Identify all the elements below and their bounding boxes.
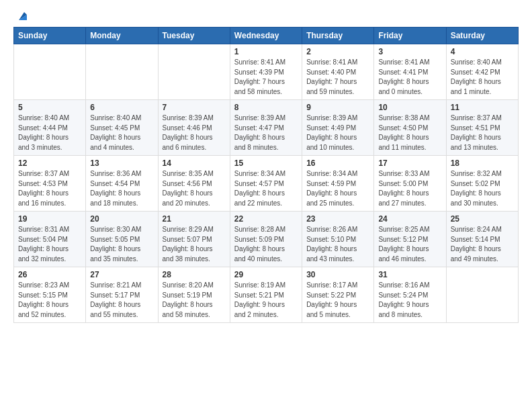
calendar-cell: 18Sunrise: 8:32 AM Sunset: 5:02 PM Dayli… [446, 156, 518, 212]
day-number: 21 [163, 214, 226, 224]
day-number: 6 [90, 103, 153, 112]
day-number: 29 [234, 270, 298, 279]
day-info: Sunrise: 8:20 AM Sunset: 5:19 PM Dayligh… [163, 281, 226, 320]
weekday-sunday: Sunday [14, 28, 86, 44]
calendar-cell: 10Sunrise: 8:38 AM Sunset: 4:50 PM Dayli… [374, 100, 446, 156]
day-info: Sunrise: 8:33 AM Sunset: 5:00 PM Dayligh… [378, 169, 441, 208]
calendar-cell: 6Sunrise: 8:40 AM Sunset: 4:45 PM Daylig… [86, 100, 158, 156]
header [13, 11, 519, 21]
day-info: Sunrise: 8:34 AM Sunset: 4:57 PM Dayligh… [234, 169, 298, 208]
calendar-cell [158, 44, 230, 100]
week-row-2: 5Sunrise: 8:40 AM Sunset: 4:44 PM Daylig… [14, 100, 519, 156]
day-number: 23 [306, 214, 369, 224]
day-info: Sunrise: 8:39 AM Sunset: 4:49 PM Dayligh… [306, 113, 369, 152]
calendar-cell: 29Sunrise: 8:19 AM Sunset: 5:21 PM Dayli… [230, 267, 302, 323]
week-row-4: 19Sunrise: 8:31 AM Sunset: 5:04 PM Dayli… [14, 212, 519, 267]
calendar-cell: 11Sunrise: 8:37 AM Sunset: 4:51 PM Dayli… [446, 100, 518, 156]
day-info: Sunrise: 8:29 AM Sunset: 5:07 PM Dayligh… [163, 225, 226, 264]
calendar-cell: 21Sunrise: 8:29 AM Sunset: 5:07 PM Dayli… [158, 212, 230, 267]
day-info: Sunrise: 8:26 AM Sunset: 5:10 PM Dayligh… [306, 225, 369, 264]
day-info: Sunrise: 8:28 AM Sunset: 5:09 PM Dayligh… [234, 225, 298, 264]
weekday-header-row: SundayMondayTuesdayWednesdayThursdayFrid… [14, 28, 519, 44]
day-number: 11 [451, 103, 514, 112]
calendar-cell: 9Sunrise: 8:39 AM Sunset: 4:49 PM Daylig… [302, 100, 374, 156]
logo-icon [15, 9, 30, 24]
calendar-cell: 14Sunrise: 8:35 AM Sunset: 4:56 PM Dayli… [158, 156, 230, 212]
weekday-saturday: Saturday [446, 28, 518, 44]
day-number: 12 [18, 158, 81, 168]
calendar-cell: 17Sunrise: 8:33 AM Sunset: 5:00 PM Dayli… [374, 156, 446, 212]
day-number: 24 [378, 214, 441, 224]
day-number: 20 [90, 214, 153, 224]
calendar-cell: 16Sunrise: 8:34 AM Sunset: 4:59 PM Dayli… [302, 156, 374, 212]
calendar-cell: 26Sunrise: 8:23 AM Sunset: 5:15 PM Dayli… [14, 267, 86, 323]
day-number: 4 [451, 47, 514, 56]
day-number: 2 [306, 47, 369, 56]
day-info: Sunrise: 8:41 AM Sunset: 4:40 PM Dayligh… [306, 58, 369, 97]
calendar-cell: 4Sunrise: 8:40 AM Sunset: 4:42 PM Daylig… [446, 44, 518, 100]
day-info: Sunrise: 8:36 AM Sunset: 4:54 PM Dayligh… [90, 169, 153, 208]
calendar-cell: 15Sunrise: 8:34 AM Sunset: 4:57 PM Dayli… [230, 156, 302, 212]
day-info: Sunrise: 8:38 AM Sunset: 4:50 PM Dayligh… [378, 113, 441, 152]
day-number: 22 [234, 214, 298, 224]
calendar-cell: 24Sunrise: 8:25 AM Sunset: 5:12 PM Dayli… [374, 212, 446, 267]
day-number: 27 [90, 270, 153, 279]
day-info: Sunrise: 8:23 AM Sunset: 5:15 PM Dayligh… [18, 281, 81, 320]
day-number: 25 [451, 214, 514, 224]
day-info: Sunrise: 8:41 AM Sunset: 4:39 PM Dayligh… [234, 58, 298, 97]
week-row-3: 12Sunrise: 8:37 AM Sunset: 4:53 PM Dayli… [14, 156, 519, 212]
day-info: Sunrise: 8:32 AM Sunset: 5:02 PM Dayligh… [451, 169, 514, 208]
calendar-cell: 1Sunrise: 8:41 AM Sunset: 4:39 PM Daylig… [230, 44, 302, 100]
calendar-table: SundayMondayTuesdayWednesdayThursdayFrid… [13, 27, 519, 323]
day-number: 13 [90, 158, 153, 168]
calendar-cell: 22Sunrise: 8:28 AM Sunset: 5:09 PM Dayli… [230, 212, 302, 267]
day-number: 14 [163, 158, 226, 168]
week-row-1: 1Sunrise: 8:41 AM Sunset: 4:39 PM Daylig… [14, 44, 519, 100]
day-info: Sunrise: 8:37 AM Sunset: 4:53 PM Dayligh… [18, 169, 81, 208]
day-number: 26 [18, 270, 81, 279]
day-number: 31 [378, 270, 441, 279]
day-info: Sunrise: 8:40 AM Sunset: 4:42 PM Dayligh… [451, 58, 514, 97]
logo [13, 11, 30, 21]
calendar-cell: 31Sunrise: 8:16 AM Sunset: 5:24 PM Dayli… [374, 267, 446, 323]
day-number: 19 [18, 214, 81, 224]
calendar-cell: 25Sunrise: 8:24 AM Sunset: 5:14 PM Dayli… [446, 212, 518, 267]
calendar-cell [14, 44, 86, 100]
calendar-cell [446, 267, 518, 323]
calendar-cell: 8Sunrise: 8:39 AM Sunset: 4:47 PM Daylig… [230, 100, 302, 156]
day-number: 8 [234, 103, 298, 112]
calendar-cell: 12Sunrise: 8:37 AM Sunset: 4:53 PM Dayli… [14, 156, 86, 212]
calendar-cell: 7Sunrise: 8:39 AM Sunset: 4:46 PM Daylig… [158, 100, 230, 156]
day-number: 17 [378, 158, 441, 168]
day-info: Sunrise: 8:24 AM Sunset: 5:14 PM Dayligh… [451, 225, 514, 264]
calendar-cell: 28Sunrise: 8:20 AM Sunset: 5:19 PM Dayli… [158, 267, 230, 323]
day-info: Sunrise: 8:40 AM Sunset: 4:44 PM Dayligh… [18, 113, 81, 152]
day-info: Sunrise: 8:39 AM Sunset: 4:47 PM Dayligh… [234, 113, 298, 152]
day-number: 5 [18, 103, 81, 112]
day-info: Sunrise: 8:31 AM Sunset: 5:04 PM Dayligh… [18, 225, 81, 264]
day-info: Sunrise: 8:41 AM Sunset: 4:41 PM Dayligh… [378, 58, 441, 97]
calendar-cell: 3Sunrise: 8:41 AM Sunset: 4:41 PM Daylig… [374, 44, 446, 100]
weekday-thursday: Thursday [302, 28, 374, 44]
calendar-cell: 20Sunrise: 8:30 AM Sunset: 5:05 PM Dayli… [86, 212, 158, 267]
calendar-cell: 13Sunrise: 8:36 AM Sunset: 4:54 PM Dayli… [86, 156, 158, 212]
day-info: Sunrise: 8:40 AM Sunset: 4:45 PM Dayligh… [90, 113, 153, 152]
day-number: 30 [306, 270, 369, 279]
day-info: Sunrise: 8:30 AM Sunset: 5:05 PM Dayligh… [90, 225, 153, 264]
calendar-cell: 5Sunrise: 8:40 AM Sunset: 4:44 PM Daylig… [14, 100, 86, 156]
day-info: Sunrise: 8:37 AM Sunset: 4:51 PM Dayligh… [451, 113, 514, 152]
week-row-5: 26Sunrise: 8:23 AM Sunset: 5:15 PM Dayli… [14, 267, 519, 323]
day-number: 3 [378, 47, 441, 56]
day-number: 9 [306, 103, 369, 112]
day-number: 28 [163, 270, 226, 279]
calendar-cell: 30Sunrise: 8:17 AM Sunset: 5:22 PM Dayli… [302, 267, 374, 323]
day-info: Sunrise: 8:25 AM Sunset: 5:12 PM Dayligh… [378, 225, 441, 264]
day-info: Sunrise: 8:39 AM Sunset: 4:46 PM Dayligh… [163, 113, 226, 152]
day-info: Sunrise: 8:34 AM Sunset: 4:59 PM Dayligh… [306, 169, 369, 208]
calendar-cell: 27Sunrise: 8:21 AM Sunset: 5:17 PM Dayli… [86, 267, 158, 323]
day-number: 10 [378, 103, 441, 112]
day-number: 16 [306, 158, 369, 168]
day-number: 15 [234, 158, 298, 168]
day-number: 1 [234, 47, 298, 56]
calendar-cell: 19Sunrise: 8:31 AM Sunset: 5:04 PM Dayli… [14, 212, 86, 267]
